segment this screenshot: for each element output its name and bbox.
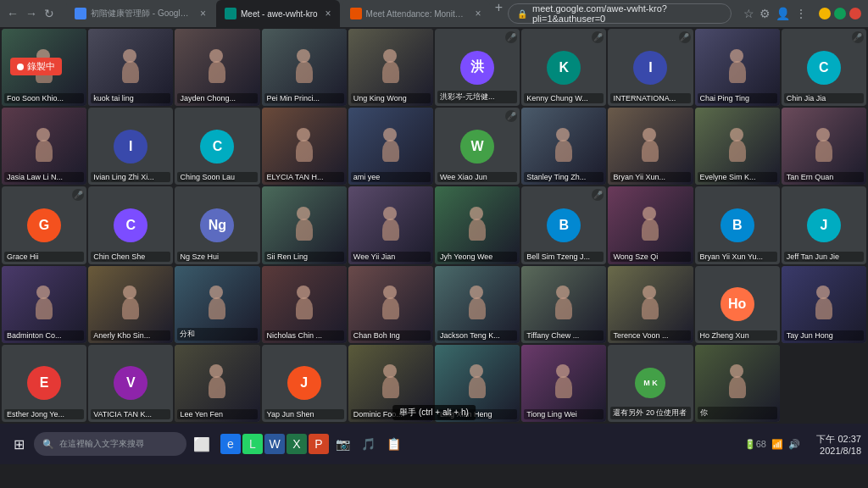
video-cell-p41[interactable]: EEsther Jong Ye... [2, 345, 86, 422]
video-cell-p15[interactable]: ami yee [348, 108, 433, 185]
taskbar-pinned-apps: e L W X P 📷 🎵 📋 [220, 432, 405, 456]
participant-name-p19: Evelyne Sim K... [698, 172, 777, 182]
participant-name-p22: Chin Chen She [91, 252, 170, 262]
video-cell-p8[interactable]: 🎤IINTERNATIONA... [608, 29, 693, 106]
taskbar-clock: 下午 02:37 2021/8/18 [816, 433, 861, 456]
video-cell-p27[interactable]: 🎤BBell Sim Tzeng J... [521, 186, 606, 263]
video-cell-p3[interactable]: Jayden Chong... [175, 29, 259, 106]
participant-name-p17: Stanley Ting Zh... [524, 172, 604, 182]
avatar-p29: B [721, 208, 754, 242]
video-cell-p22[interactable]: CChin Chen She [88, 186, 173, 263]
video-cell-p47[interactable]: Tiong Ling Wei [521, 345, 606, 422]
new-tab-button[interactable]: + [495, 0, 503, 27]
video-cell-p4[interactable]: Pei Min Princi... [262, 29, 347, 106]
video-cell-p16[interactable]: 🎤WWee Xiao Jun [435, 108, 520, 185]
video-cell-p21[interactable]: 🎤GGrace Hii [2, 186, 86, 263]
browser-chrome: ← → ↻ 初階健康管理師 - Google 雲端硬... × Meet - a… [0, 0, 868, 27]
video-cell-p40[interactable]: Tay Jun Hong [782, 266, 866, 343]
video-cell-p13[interactable]: CChing Soon Lau [175, 108, 259, 185]
video-cell-p33[interactable]: 分和 [175, 266, 259, 343]
profile-icon[interactable]: 👤 [776, 7, 790, 20]
tab-1[interactable]: 初階健康管理師 - Google 雲端硬... × [66, 0, 214, 27]
tab-3-close[interactable]: × [476, 8, 481, 19]
video-cell-p2[interactable]: 🎤kuok tai ling [88, 29, 173, 106]
video-cell-p37[interactable]: Tiffany Chew ... [521, 266, 606, 343]
powerpoint-icon[interactable]: P [309, 434, 329, 454]
close-button[interactable] [849, 8, 861, 19]
star-icon[interactable]: ☆ [743, 7, 754, 20]
mute-icon-p6: 🎤 [505, 31, 517, 43]
video-cell-p38[interactable]: 🎤Terence Voon ... [608, 266, 693, 343]
participant-name-p30: Jeff Tan Jun Jie [784, 252, 864, 262]
participant-name-p14: ELYCIA TAN H... [264, 172, 344, 182]
lock-icon: 🔒 [517, 9, 527, 19]
participant-name-p4: Pei Min Princi... [264, 93, 344, 103]
excel-icon[interactable]: X [287, 434, 307, 454]
tab-1-close[interactable]: × [200, 8, 206, 19]
video-cell-p11[interactable]: 🎤Jasia Law Li N... [2, 108, 86, 185]
video-cell-p12[interactable]: IIvian Ling Zhi Xi... [88, 108, 173, 185]
video-cell-p49[interactable]: 你 [695, 345, 780, 422]
url-text: meet.google.com/awe-vwht-kro?pli=1&authu… [532, 3, 722, 24]
video-cell-p48[interactable]: M K還有另外 20 位使用者 [608, 345, 693, 422]
camera-icon[interactable]: 📷 [331, 432, 354, 456]
participant-name-p38: Terence Voon ... [610, 330, 690, 341]
forward-button[interactable]: → [25, 7, 37, 20]
video-cell-p24[interactable]: Sii Ren Ling [262, 186, 347, 263]
video-cell-p17[interactable]: 🎤Stanley Ting Zh... [521, 108, 606, 185]
back-button[interactable]: ← [7, 7, 19, 20]
video-cell-p34[interactable]: Nicholas Chin ... [262, 266, 347, 343]
video-cell-p43[interactable]: Lee Yen Fen [175, 345, 259, 422]
tab-2[interactable]: Meet - awe-vwht-kro × [216, 0, 340, 27]
video-cell-p42[interactable]: VVATICIA TAN K... [88, 345, 173, 422]
video-cell-p25[interactable]: Wee Yii Jian [348, 186, 433, 263]
video-cell-p19[interactable]: Evelyne Sim K... [695, 108, 780, 185]
video-cell-p7[interactable]: 🎤KKenny Chung W... [521, 29, 606, 106]
video-cell-p36[interactable]: 🎤Jackson Teng K... [435, 266, 520, 343]
tab-2-label: Meet - awe-vwht-kro [241, 9, 318, 19]
participant-name-p48: 還有另外 20 位使用者 [610, 407, 690, 419]
participant-name-p33: 分和 [177, 328, 257, 341]
minimize-button[interactable] [819, 8, 831, 19]
extensions-icon[interactable]: ⚙ [760, 7, 771, 20]
reload-button[interactable]: ↻ [44, 7, 54, 20]
music-icon[interactable]: 🎵 [356, 432, 380, 456]
video-cell-p35[interactable]: Chan Boh Ing [348, 266, 433, 343]
video-cell-p23[interactable]: NgNg Sze Hui [175, 186, 259, 263]
avatar-p8: I [633, 51, 667, 85]
participant-name-p11: Jasia Law Li N... [4, 172, 84, 182]
video-cell-p29[interactable]: BBryan Yii Xun Yu... [695, 186, 780, 263]
video-cell-p28[interactable]: 🎤Wong Sze Qi [608, 186, 693, 263]
participant-name-p5: Ung King Wong [351, 93, 431, 103]
tab-2-close[interactable]: × [326, 8, 331, 19]
video-cell-p10[interactable]: 🎤CChin Jia Jia [782, 29, 866, 106]
video-cell-p5[interactable]: Ung King Wong [348, 29, 433, 106]
video-cell-p31[interactable]: 🎤Badminton Co... [2, 266, 86, 343]
participant-name-p9: Chai Ping Ting [698, 93, 777, 103]
word-icon[interactable]: W [264, 434, 285, 454]
participant-name-p42: VATICIA TAN K... [91, 409, 170, 419]
taskview-button[interactable]: ⬜ [190, 432, 214, 456]
chrome-icon[interactable]: e [220, 434, 241, 454]
tab-3[interactable]: Meet Attendance: Monitor... × [342, 0, 490, 27]
app-icon-1[interactable]: 📋 [381, 432, 405, 456]
video-cell-p32[interactable]: Anerly Kho Sin... [88, 266, 173, 343]
video-cell-p6[interactable]: 🎤洪洪彩岑-元培健... [435, 29, 520, 106]
taskbar-search[interactable]: 🔍 在這裡輸入文字來搜尋 [34, 432, 186, 456]
video-cell-p30[interactable]: JJeff Tan Jun Jie [782, 186, 866, 263]
more-options-icon[interactable]: ⋮ [795, 7, 807, 20]
video-cell-p39[interactable]: HoHo Zheng Xun [695, 266, 780, 343]
maximize-button[interactable] [834, 8, 846, 19]
participant-name-p41: Esther Jong Ye... [4, 409, 84, 419]
video-cell-p9[interactable]: Chai Ping Ting [695, 29, 780, 106]
video-cell-p44[interactable]: JYap Jun Shen [262, 345, 347, 422]
line-icon[interactable]: L [242, 434, 263, 454]
video-cell-p20[interactable]: 🎤Tan Ern Quan [782, 108, 866, 185]
participant-name-p24: Sii Ren Ling [264, 252, 344, 262]
start-button[interactable]: ⊞ [7, 432, 31, 456]
address-bar[interactable]: 🔒 meet.google.com/awe-vwht-kro?pli=1&aut… [508, 3, 732, 24]
video-cell-p18[interactable]: 🎤Bryan Yii Xun... [608, 108, 693, 185]
video-cell-p14[interactable]: ELYCIA TAN H... [262, 108, 347, 185]
video-cell-p26[interactable]: 🎤Jyh Yeong Wee [435, 186, 520, 263]
recording-label: 錄製中 [27, 60, 55, 73]
